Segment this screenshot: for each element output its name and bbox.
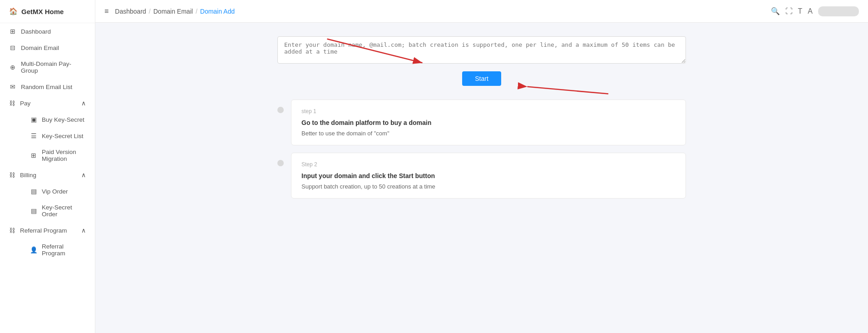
- pay-submenu: ▣ Buy Key-Secret ☰ Key-Secret List ⊞ Pai…: [0, 111, 95, 167]
- dashboard-icon: ⊞: [9, 28, 16, 35]
- sidebar-label-dashboard: Dashboard: [21, 28, 51, 35]
- sidebar-item-key-secret-list[interactable]: ☰ Key-Secret List: [21, 128, 95, 144]
- sidebar-label-random-email: Random Email List: [21, 84, 72, 90]
- search-icon[interactable]: 🔍: [771, 7, 780, 15]
- step-1-desc: Better to use the domain of "com": [301, 130, 676, 137]
- sidebar-item-domain-email[interactable]: ⊟ Domain Email: [0, 40, 95, 56]
- sidebar-item-buy-key-secret[interactable]: ▣ Buy Key-Secret: [21, 111, 95, 128]
- breadcrumb-dashboard[interactable]: Dashboard: [115, 8, 146, 15]
- sidebar-label-buy-key-secret: Buy Key-Secret: [42, 116, 84, 123]
- sidebar-item-paid-version-migration[interactable]: ⊞ Paid Version Migration: [21, 144, 95, 167]
- pay-icon: ⛓: [9, 100, 15, 107]
- main-area: ≡ Dashboard / Domain Email / Domain Add …: [95, 0, 868, 333]
- multi-domain-icon: ⊕: [9, 64, 16, 71]
- content-area: Start step 1 Go to the domain platform t…: [95, 23, 868, 333]
- sidebar-group-billing-label: Billing: [20, 172, 36, 179]
- step-1-title: Go to the domain platform to buy a domai…: [301, 119, 676, 126]
- user-avatar[interactable]: [818, 6, 859, 16]
- sidebar-group-pay-label: Pay: [20, 100, 30, 107]
- sidebar-item-random-email[interactable]: ✉ Random Email List: [0, 79, 95, 95]
- app-logo[interactable]: 🏠 GetMX Home: [0, 0, 95, 23]
- font-icon[interactable]: T: [798, 7, 803, 15]
- sidebar-label-domain-email: Domain Email: [21, 45, 59, 51]
- header: ≡ Dashboard / Domain Email / Domain Add …: [95, 0, 868, 23]
- breadcrumb-sep-1: /: [149, 8, 151, 15]
- hamburger-icon[interactable]: ≡: [104, 7, 108, 15]
- breadcrumb-sep-2: /: [196, 8, 197, 15]
- domain-email-icon: ⊟: [9, 44, 16, 51]
- sidebar-group-billing[interactable]: ⛓ Billing ∧: [0, 167, 95, 183]
- breadcrumb: ≡ Dashboard / Domain Email / Domain Add: [104, 7, 235, 15]
- sidebar-group-referral-label: Referral Program: [20, 227, 67, 234]
- key-secret-order-icon: ▤: [30, 207, 37, 214]
- sidebar-label-key-secret-list: Key-Secret List: [42, 133, 84, 139]
- sidebar-label-referral-program: Referral Program: [42, 243, 86, 257]
- referral-program-icon: 👤: [30, 246, 37, 253]
- step-2-dot: [277, 160, 284, 166]
- step-1-row: step 1 Go to the domain platform to buy …: [277, 99, 686, 145]
- step-1-label: step 1: [301, 108, 676, 114]
- key-secret-list-icon: ☰: [30, 132, 37, 139]
- domain-input-area: Start: [277, 36, 686, 86]
- sidebar-label-key-secret-order: Key-Secret Order: [42, 204, 86, 218]
- step-2-label: Step 2: [301, 161, 676, 168]
- step-1-dot: [277, 107, 284, 113]
- step-2-desc: Support batch creation, up to 50 creatio…: [301, 183, 676, 190]
- fullscreen-icon[interactable]: ⛶: [785, 7, 793, 15]
- step-1-card: step 1 Go to the domain platform to buy …: [291, 99, 686, 145]
- step-2-row: Step 2 Input your domain and click the S…: [277, 153, 686, 199]
- app-name: GetMX Home: [21, 8, 64, 15]
- chevron-up-icon: ∧: [81, 99, 86, 107]
- steps-area: step 1 Go to the domain platform to buy …: [277, 99, 686, 199]
- chevron-up-billing-icon: ∧: [81, 171, 86, 179]
- referral-submenu: 👤 Referral Program: [0, 239, 95, 261]
- sidebar-label-vip-order: Vip Order: [42, 188, 68, 195]
- breadcrumb-domain-email[interactable]: Domain Email: [153, 8, 193, 15]
- vip-order-icon: ▤: [30, 188, 37, 195]
- sidebar-item-vip-order[interactable]: ▤ Vip Order: [21, 183, 95, 199]
- home-icon: 🏠: [9, 7, 18, 15]
- sidebar-label-multi-domain: Multi-Domain Pay-Group: [21, 60, 86, 74]
- svg-line-3: [528, 87, 609, 94]
- step-2-title: Input your domain and click the Start bu…: [301, 172, 676, 179]
- step-2-card: Step 2 Input your domain and click the S…: [291, 153, 686, 199]
- header-actions: 🔍 ⛶ T A: [771, 6, 859, 16]
- breadcrumb-current: Domain Add: [200, 8, 235, 15]
- migration-icon: ⊞: [30, 152, 37, 159]
- random-email-icon: ✉: [9, 83, 16, 90]
- billing-icon: ⛓: [9, 172, 15, 179]
- sidebar-item-referral-program[interactable]: 👤 Referral Program: [21, 239, 95, 261]
- sidebar-item-key-secret-order[interactable]: ▤ Key-Secret Order: [21, 199, 95, 222]
- sidebar: 🏠 GetMX Home ⊞ Dashboard ⊟ Domain Email …: [0, 0, 95, 333]
- referral-icon: ⛓: [9, 227, 15, 234]
- sidebar-item-multi-domain[interactable]: ⊕ Multi-Domain Pay-Group: [0, 56, 95, 79]
- buy-key-icon: ▣: [30, 116, 37, 123]
- domain-input[interactable]: [277, 36, 686, 64]
- sidebar-group-pay[interactable]: ⛓ Pay ∧: [0, 95, 95, 111]
- sidebar-label-paid-migration: Paid Version Migration: [42, 149, 86, 162]
- billing-submenu: ▤ Vip Order ▤ Key-Secret Order: [0, 183, 95, 222]
- start-button[interactable]: Start: [462, 71, 501, 86]
- translate-icon[interactable]: A: [808, 7, 813, 15]
- sidebar-item-dashboard[interactable]: ⊞ Dashboard: [0, 23, 95, 40]
- sidebar-group-referral[interactable]: ⛓ Referral Program ∧: [0, 222, 95, 239]
- start-button-wrapper: Start: [277, 71, 686, 86]
- chevron-up-referral-icon: ∧: [81, 227, 86, 234]
